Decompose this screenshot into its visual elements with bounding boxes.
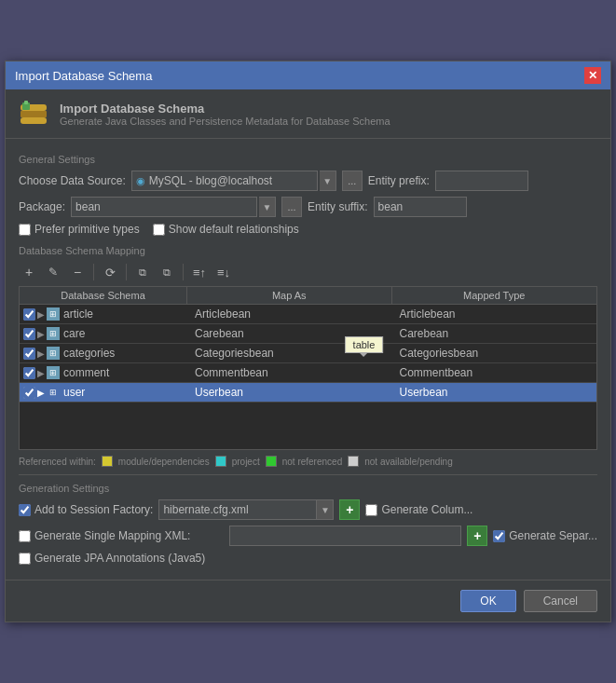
dialog-footer: OK Cancel xyxy=(6,580,610,622)
remove-button[interactable]: − xyxy=(67,262,88,282)
datasource-row: Choose Data Source: ◉ MySQL - blog@local… xyxy=(19,171,597,191)
col-db-schema: Database Schema xyxy=(20,287,187,304)
table-row[interactable]: ▶ ⊞ user Userbean table Userbean xyxy=(20,383,596,403)
single-mapping-input[interactable] xyxy=(229,526,461,546)
dialog-content: General Settings Choose Data Source: ◉ M… xyxy=(6,139,610,580)
database-icon xyxy=(17,97,50,130)
legend-project-box xyxy=(215,456,226,467)
prefer-primitive-checkbox-item[interactable]: Prefer primitive types xyxy=(19,223,140,236)
row-schema-name: user xyxy=(63,386,85,399)
add-button[interactable]: + xyxy=(19,262,39,282)
refresh-button[interactable]: ⟳ xyxy=(100,262,120,282)
jpa-checkbox-item[interactable]: Generate JPA Annotations (Java5) xyxy=(19,552,205,565)
row-map-as: Userbean table xyxy=(187,383,392,402)
row-expand-arrow[interactable]: ▶ xyxy=(37,368,45,378)
header-title: Import Database Schema xyxy=(60,102,390,116)
toolbar-separator-3 xyxy=(183,264,184,280)
session-factory-select-wrapper: ▼ xyxy=(158,499,334,520)
session-factory-input[interactable] xyxy=(158,499,317,520)
mapping-toolbar: + ✎ − ⟳ ⧉ ⧉ ≡↑ ≡↓ xyxy=(19,262,597,282)
table-icon: ⊞ xyxy=(47,386,60,399)
cancel-button[interactable]: Cancel xyxy=(524,590,597,612)
session-factory-row: Add to Session Factory: ▼ + Generate Col… xyxy=(19,499,597,520)
table-row[interactable]: ▶ ⊞ care Carebean Carebean xyxy=(20,324,596,344)
table-row[interactable]: ▶ ⊞ categories Categoriesbean Categories… xyxy=(20,344,596,363)
row-expand-arrow[interactable]: ▶ xyxy=(37,348,45,359)
row-first-cell: ▶ ⊞ user xyxy=(20,383,187,402)
move-left-button[interactable]: ≡↑ xyxy=(189,262,210,282)
legend-row: Referenced within: module/dependencies p… xyxy=(19,456,597,467)
row-checkbox-care[interactable] xyxy=(23,328,35,340)
svg-rect-1 xyxy=(21,111,47,117)
entity-suffix-label: Entity suffix: xyxy=(308,200,367,213)
entity-prefix-input[interactable] xyxy=(435,171,528,191)
session-factory-add-button[interactable]: + xyxy=(339,499,360,520)
table-icon: ⊞ xyxy=(47,327,60,340)
datasource-select-wrapper: ◉ MySQL - blog@localhost ▼ xyxy=(131,171,336,191)
gen-separ-label: Generate Separ... xyxy=(509,529,597,542)
tooltip-box: table xyxy=(345,336,384,353)
package-input[interactable] xyxy=(71,197,257,217)
single-mapping-label: Generate Single Mapping XML: xyxy=(34,529,190,542)
session-factory-checkbox[interactable] xyxy=(19,504,31,516)
show-default-rel-checkbox-item[interactable]: Show default relationships xyxy=(153,223,299,236)
paste-button[interactable]: ⧉ xyxy=(157,262,177,282)
table-row[interactable]: ▶ ⊞ article Articlebean Articlebean xyxy=(20,305,596,324)
table-icon: ⊞ xyxy=(47,366,60,379)
move-right-button[interactable]: ≡↓ xyxy=(213,262,234,282)
gen-separ-checkbox-item[interactable]: Generate Separ... xyxy=(493,529,597,542)
row-schema-name: categories xyxy=(63,347,115,360)
datasource-db-icon: ◉ xyxy=(132,175,149,187)
row-expand-arrow[interactable]: ▶ xyxy=(37,388,45,398)
col-mapped-type: Mapped Type xyxy=(392,287,597,304)
gen-column-checkbox[interactable] xyxy=(365,504,377,516)
header-text: Import Database Schema Generate Java Cla… xyxy=(60,102,390,127)
package-label: Package: xyxy=(19,200,65,213)
legend-project-label: project xyxy=(232,457,260,467)
legend-prefix: Referenced within: xyxy=(19,457,96,467)
db-mapping-label: Database Schema Mapping xyxy=(19,245,597,256)
row-expand-arrow[interactable]: ▶ xyxy=(37,329,45,339)
datasource-dropdown-arrow[interactable]: ▼ xyxy=(320,171,336,191)
package-ellipsis-button[interactable]: ... xyxy=(281,197,302,217)
row-checkbox-article[interactable] xyxy=(23,308,35,321)
table-header: Database Schema Map As Mapped Type xyxy=(20,287,596,305)
single-mapping-add-button[interactable]: + xyxy=(467,526,487,546)
row-first-cell: ▶ ⊞ care xyxy=(20,324,187,343)
row-checkbox-user[interactable] xyxy=(23,387,35,399)
single-mapping-checkbox-item[interactable]: Generate Single Mapping XML: xyxy=(19,529,224,542)
row-expand-arrow[interactable]: ▶ xyxy=(37,309,45,320)
row-mapped-type: Commentbean xyxy=(392,363,597,382)
package-row: Package: ▼ ... Entity suffix: xyxy=(19,197,597,217)
single-mapping-checkbox[interactable] xyxy=(19,530,31,542)
jpa-label: Generate JPA Annotations (Java5) xyxy=(34,552,205,565)
close-button[interactable]: ✕ xyxy=(584,67,601,84)
checkbox-row: Prefer primitive types Show default rela… xyxy=(19,223,597,236)
prefer-primitive-checkbox[interactable] xyxy=(19,224,31,236)
package-select-wrapper: ▼ xyxy=(71,197,276,217)
edit-button[interactable]: ✎ xyxy=(43,262,63,282)
entity-suffix-input[interactable] xyxy=(374,197,467,217)
empty-rows xyxy=(20,403,596,449)
gen-column-checkbox-item[interactable]: Generate Colum... xyxy=(365,503,472,516)
gen-settings-label: Generation Settings xyxy=(19,474,597,494)
copy-button[interactable]: ⧉ xyxy=(132,262,153,282)
ok-button[interactable]: OK xyxy=(460,590,515,612)
table-row[interactable]: ▶ ⊞ comment Commentbean Commentbean xyxy=(20,363,596,383)
toolbar-separator-1 xyxy=(93,264,94,280)
session-factory-checkbox-item[interactable]: Add to Session Factory: xyxy=(19,503,153,516)
legend-pending-box xyxy=(348,456,359,467)
row-checkbox-categories[interactable] xyxy=(23,348,35,360)
datasource-ellipsis-button[interactable]: ... xyxy=(342,171,363,191)
table-icon: ⊞ xyxy=(47,347,60,360)
package-dropdown-arrow[interactable]: ▼ xyxy=(259,197,276,217)
show-default-rel-checkbox[interactable] xyxy=(153,224,165,236)
title-bar: Import Database Schema ✕ xyxy=(6,61,610,89)
gen-separ-checkbox[interactable] xyxy=(493,530,505,542)
jpa-checkbox[interactable] xyxy=(19,553,31,565)
legend-pending-label: not available/pending xyxy=(364,457,453,467)
legend-module-box xyxy=(102,456,113,467)
schema-table: Database Schema Map As Mapped Type ▶ ⊞ a… xyxy=(19,286,597,450)
row-checkbox-comment[interactable] xyxy=(23,367,35,379)
session-factory-dropdown[interactable]: ▼ xyxy=(317,499,334,520)
